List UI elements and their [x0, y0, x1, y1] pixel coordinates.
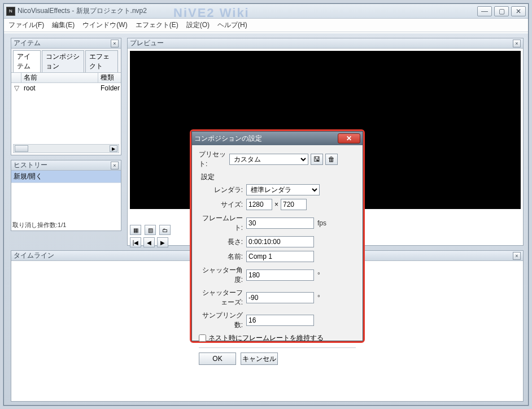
- panel-timeline-title: タイムライン: [14, 251, 54, 260]
- folder-icon[interactable]: 🗀: [159, 225, 171, 235]
- panel-items-title: アイテム: [14, 38, 41, 48]
- undo-count: 取り消し操作数:1/1: [12, 221, 66, 229]
- menu-help[interactable]: ヘルプ(H): [217, 20, 247, 30]
- col-type[interactable]: 種類: [98, 73, 121, 82]
- renderer-select[interactable]: 標準レンダラ: [246, 184, 320, 195]
- tab-effect[interactable]: エフェクト: [85, 50, 118, 72]
- titlebar: N NicoVisualEffects - 新規プロジェクト.nvp2 — ▢ …: [4, 4, 528, 19]
- shutter-phase-label: シャッターフェーズ:: [199, 288, 246, 307]
- tab-composition[interactable]: コンポジション: [42, 50, 84, 72]
- deg-unit-2: °: [317, 294, 320, 302]
- minimize-button[interactable]: —: [477, 6, 492, 16]
- cancel-button[interactable]: キャンセル: [241, 353, 278, 365]
- dialog-titlebar[interactable]: コンポジションの設定 ✕: [192, 132, 363, 145]
- composition-settings-dialog: コンポジションの設定 ✕ プリセット: カスタム 🖫 🗑 設定 レンダラ: 標準…: [191, 131, 363, 341]
- framerate-input[interactable]: [246, 217, 314, 229]
- expand-icon[interactable]: ▽: [11, 84, 21, 92]
- safezone-icon[interactable]: ▧: [145, 225, 156, 235]
- deg-unit-1: °: [317, 271, 320, 279]
- panel-history-close[interactable]: ×: [111, 162, 119, 169]
- framerate-label: フレームレート:: [199, 214, 246, 233]
- length-input[interactable]: [246, 236, 314, 247]
- shutter-angle-label: シャッター角度:: [199, 266, 246, 285]
- size-label: サイズ:: [199, 200, 246, 210]
- scroll-right-icon[interactable]: ▶: [110, 145, 117, 152]
- shutter-angle-input[interactable]: [246, 269, 314, 281]
- maximize-button[interactable]: ▢: [494, 6, 509, 16]
- width-input[interactable]: [246, 199, 272, 210]
- menu-window[interactable]: ウインドウ(W): [82, 20, 127, 30]
- scrollbar-thumb[interactable]: [15, 145, 28, 152]
- dialog-highlight: コンポジションの設定 ✕ プリセット: カスタム 🖫 🗑 設定 レンダラ: 標準…: [190, 129, 365, 343]
- menu-effect[interactable]: エフェクト(E): [136, 20, 178, 30]
- panel-items: アイテム × アイテム コンポジション エフェクト 名前 種類 ▽ root F…: [11, 38, 121, 155]
- close-button[interactable]: ✕: [511, 6, 526, 16]
- menubar: ファイル(F) 編集(E) ウインドウ(W) エフェクト(E) 設定(O) ヘル…: [4, 19, 528, 32]
- dialog-close-button[interactable]: ✕: [338, 133, 360, 143]
- panel-history-title: ヒストリー: [14, 160, 47, 170]
- app-icon: N: [6, 7, 15, 16]
- ok-button[interactable]: OK: [199, 353, 236, 365]
- tab-items[interactable]: アイテム: [13, 50, 41, 72]
- size-sep: ×: [274, 201, 278, 208]
- table-row[interactable]: ▽ root Folder: [11, 83, 121, 93]
- settings-label: 設定: [201, 172, 356, 182]
- delete-preset-icon[interactable]: 🗑: [325, 154, 338, 165]
- menu-edit[interactable]: 編集(E): [52, 20, 75, 30]
- goto-start-icon[interactable]: |◀: [130, 237, 141, 247]
- panel-timeline-close[interactable]: ×: [513, 252, 521, 260]
- height-input[interactable]: [281, 199, 307, 210]
- name-label: 名前:: [199, 252, 246, 262]
- shutter-phase-input[interactable]: [246, 292, 314, 303]
- items-grid-header: 名前 種類: [11, 73, 121, 83]
- length-label: 長さ:: [199, 237, 246, 247]
- col-name[interactable]: 名前: [21, 73, 98, 82]
- preset-label: プリセット:: [199, 150, 229, 169]
- name-input[interactable]: [246, 251, 314, 262]
- play-icon[interactable]: ▶: [157, 237, 168, 247]
- nest-keep-fps-checkbox[interactable]: [199, 334, 206, 342]
- window-title: NicoVisualEffects - 新規プロジェクト.nvp2: [18, 6, 147, 16]
- menu-settings[interactable]: 設定(O): [186, 20, 210, 30]
- workspace: アイテム × アイテム コンポジション エフェクト 名前 種類 ▽ root F…: [4, 33, 528, 405]
- sampling-input[interactable]: [246, 315, 314, 326]
- prev-frame-icon[interactable]: ◀: [143, 237, 155, 247]
- history-item[interactable]: 新規/開く: [11, 171, 121, 183]
- preset-select[interactable]: カスタム: [229, 154, 308, 165]
- panel-items-close[interactable]: ×: [111, 40, 119, 47]
- save-preset-icon[interactable]: 🖫: [311, 154, 323, 165]
- menu-file[interactable]: ファイル(F): [8, 20, 44, 30]
- renderer-label: レンダラ:: [199, 185, 246, 195]
- items-scrollbar[interactable]: ▶: [13, 144, 119, 153]
- dialog-title: コンポジションの設定: [194, 134, 262, 143]
- main-window: NiVE2 Wiki N NicoVisualEffects - 新規プロジェク…: [3, 3, 529, 406]
- nest-keep-fps-label: ネスト時にフレームレートを維持する: [208, 333, 324, 343]
- grid-icon[interactable]: ▦: [130, 225, 141, 235]
- fps-unit: fps: [317, 219, 326, 227]
- panel-preview-title: プレビュー: [130, 38, 164, 48]
- panel-history: ヒストリー × 新規/開く 取り消し操作数:1/1: [11, 160, 121, 231]
- sampling-label: サンプリング数:: [199, 311, 246, 330]
- panel-preview-close[interactable]: ×: [513, 40, 521, 47]
